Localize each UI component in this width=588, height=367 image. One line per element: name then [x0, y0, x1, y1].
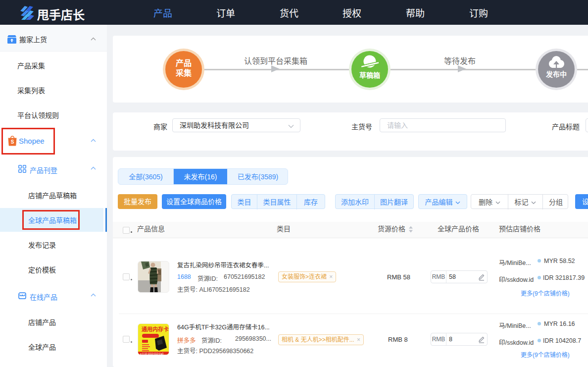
- svg-text:通用内存卡: 通用内存卡: [142, 326, 169, 332]
- svg-text:● 0 10-1010-010-0●0: ● 0 10-1010-010-0●0: [140, 352, 163, 355]
